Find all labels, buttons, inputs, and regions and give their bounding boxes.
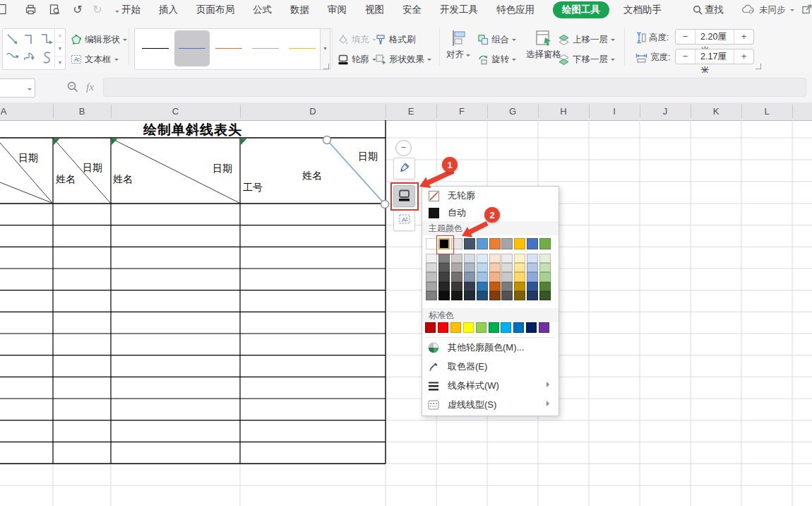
standard-color-swatch-6[interactable] [501,322,511,333]
theme-tint-swatch-2-4[interactable] [451,291,462,300]
theme-tint-swatch-9-2[interactable] [539,272,551,281]
menu-item-dash-style[interactable]: 虚线线型(S) [422,395,559,414]
menu-tab-开发工具[interactable]: 开发工具 [440,4,478,16]
outline-button[interactable]: 轮廓 [338,52,376,67]
theme-color-swatch-1[interactable] [438,238,450,249]
column-header-F[interactable]: F [436,102,487,120]
theme-tint-swatch-0-4[interactable] [426,291,437,300]
theme-color-swatch-2[interactable] [451,238,462,249]
menu-item-more-outline-colors[interactable]: 其他轮廓颜色(M)... [422,339,559,357]
format-painter-button[interactable]: 格式刷 [375,32,416,47]
column-header-E[interactable]: E [386,102,436,120]
shape-squiggle-arrow[interactable] [22,49,38,67]
bring-forward-button[interactable]: 上移一层 [558,32,615,47]
redo-icon[interactable]: ↻ [91,4,104,16]
standard-color-swatch-0[interactable] [425,322,436,333]
rotate-button[interactable]: 旋转 [477,52,516,67]
theme-tint-swatch-5-0[interactable] [489,254,501,263]
theme-tint-swatch-7-3[interactable] [514,282,525,291]
menu-item-line-style[interactable]: 线条样式(W) [422,376,559,395]
theme-tint-swatch-0-1[interactable] [426,263,437,272]
theme-tint-swatch-3-3[interactable] [464,282,475,291]
theme-tint-swatch-4-4[interactable] [477,291,488,300]
standard-color-swatch-1[interactable] [438,322,448,333]
theme-color-swatch-8[interactable] [527,238,538,249]
text-box-tool-button[interactable]: A [393,209,415,231]
theme-tint-swatch-5-3[interactable] [489,282,501,291]
menu-tab-开始[interactable]: 开始 [121,4,141,16]
theme-tint-swatch-4-1[interactable] [477,263,488,272]
menu-tab-公式[interactable]: 公式 [253,4,272,16]
column-header-L[interactable]: L [741,102,792,120]
theme-tint-swatch-3-4[interactable] [464,291,475,300]
line-gallery-swatch-3[interactable] [248,30,283,66]
theme-tint-swatch-5-2[interactable] [489,272,501,281]
print-icon[interactable] [24,4,37,16]
menu-item-no-outline[interactable]: 无轮廓 [422,187,559,204]
theme-tint-swatch-3-0[interactable] [464,254,475,263]
collapse-toolbar-button[interactable]: − [395,140,412,156]
line-gallery-swatch-2[interactable] [211,30,246,66]
theme-tint-swatch-6-2[interactable] [501,272,513,281]
print-preview-icon[interactable] [48,4,61,16]
menu-tab-特色应用[interactable]: 特色应用 [496,4,535,16]
theme-tint-swatch-6-3[interactable] [501,282,513,291]
column-header-K[interactable]: K [691,102,741,120]
theme-color-swatch-4[interactable] [477,238,488,249]
theme-tint-swatch-1-3[interactable] [438,282,450,291]
theme-tint-swatch-6-1[interactable] [501,263,513,272]
outline-color-button[interactable] [393,185,415,207]
sync-dropdown-icon[interactable] [790,9,794,13]
height-value[interactable]: 2.20厘米 [695,30,734,44]
line-gallery-swatch-4[interactable] [285,30,320,66]
shape-line-arrow[interactable] [5,30,21,49]
theme-tint-swatch-0-0[interactable] [426,254,437,263]
theme-tint-swatch-8-3[interactable] [527,282,538,291]
column-header-B[interactable]: B [53,102,111,120]
standard-color-swatch-9[interactable] [539,322,549,333]
standard-color-swatch-5[interactable] [489,322,499,333]
standard-color-swatch-4[interactable] [476,322,486,333]
theme-tint-swatch-6-4[interactable] [501,291,513,300]
cloud-sync-icon[interactable] [741,4,755,16]
height-increment-button[interactable]: + [734,30,753,44]
theme-tint-swatch-2-2[interactable] [451,272,462,281]
column-header-G[interactable]: G [487,102,538,120]
theme-tint-swatch-9-4[interactable] [539,291,551,300]
group-button[interactable]: 组合 [477,32,516,47]
send-backward-button[interactable]: 下移一层 [558,52,615,67]
theme-tint-swatch-8-0[interactable] [527,254,538,263]
theme-color-swatch-0[interactable] [426,238,437,249]
menu-tab-绘图工具[interactable]: 绘图工具 [553,1,609,18]
width-value[interactable]: 2.17厘米 [695,49,734,64]
shape-elbow-connector[interactable] [22,30,38,49]
group-expand-icon[interactable] [756,64,761,69]
width-increment-button[interactable]: + [734,49,753,64]
fill-button[interactable]: 填充 [338,32,376,47]
theme-tint-swatch-0-3[interactable] [426,282,437,291]
theme-tint-swatch-2-0[interactable] [451,254,462,263]
find-button[interactable]: 查找 [693,4,724,16]
theme-tint-swatch-2-3[interactable] [451,282,462,291]
shapes-scroll-down-icon[interactable]: ▼ [55,42,65,56]
theme-tint-swatch-4-0[interactable] [477,254,488,263]
group-expand-icon[interactable] [323,64,329,69]
menu-tab-文档助手[interactable]: 文档助手 [623,4,662,16]
theme-tint-swatch-7-2[interactable] [514,272,525,281]
text-box-button[interactable]: A 文本框 [71,52,119,67]
theme-tint-swatch-5-4[interactable] [489,291,501,300]
align-button[interactable]: 对齐 [443,29,473,61]
shape-elbow-arrow[interactable] [39,30,55,49]
column-header-C[interactable]: C [111,102,240,120]
theme-tint-swatch-3-2[interactable] [464,272,475,281]
theme-tint-swatch-8-2[interactable] [527,272,538,281]
column-header-J[interactable]: J [640,102,691,120]
standard-color-swatch-8[interactable] [526,322,537,333]
theme-tint-swatch-3-1[interactable] [464,263,475,272]
fx-icon[interactable]: fx [86,81,94,93]
standard-color-swatch-2[interactable] [450,322,461,333]
theme-tint-swatch-1-4[interactable] [438,291,450,300]
theme-tint-swatch-1-1[interactable] [438,263,450,272]
theme-tint-swatch-8-4[interactable] [527,291,538,300]
theme-tint-swatch-8-1[interactable] [527,263,538,272]
